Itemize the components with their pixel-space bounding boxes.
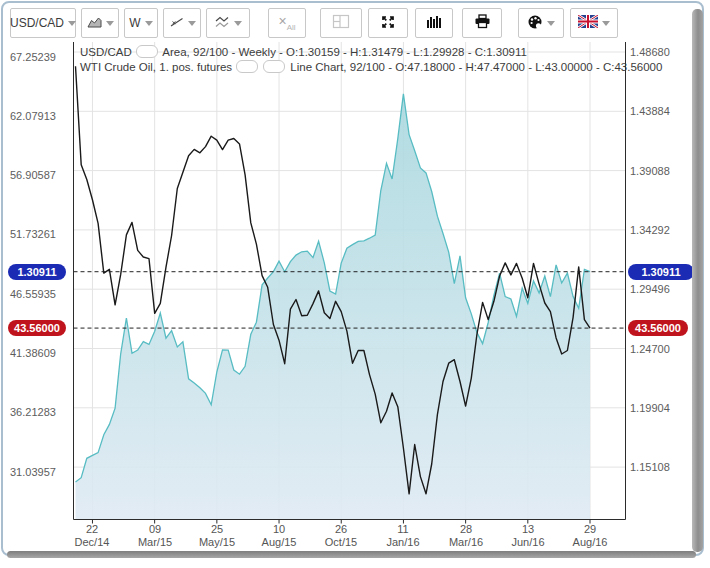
print-button[interactable] bbox=[462, 8, 502, 38]
symbol-select-label: USD/CAD bbox=[10, 16, 64, 30]
trendline-icon bbox=[169, 15, 184, 32]
chart-legend: USD/CAD Area, 92/100 - Weekly - O:1.3015… bbox=[80, 45, 662, 75]
legend-series-name: WTI Crude Oil, 1. pos. futures bbox=[80, 61, 232, 73]
legend-row-wti: WTI Crude Oil, 1. pos. futures Line Char… bbox=[80, 60, 662, 75]
volume-button[interactable] bbox=[415, 8, 453, 38]
vertical-scrollbar[interactable] bbox=[692, 9, 703, 552]
remove-all-icon: ×All bbox=[278, 14, 295, 32]
remove-all-button[interactable]: ×All bbox=[268, 8, 306, 38]
chevron-down-icon bbox=[188, 21, 196, 26]
uk-flag-icon bbox=[578, 15, 598, 31]
period-select-label: W bbox=[129, 16, 140, 30]
period-select-button[interactable]: W bbox=[124, 8, 158, 38]
printer-icon bbox=[474, 14, 491, 32]
legend-row-usdcad: USD/CAD Area, 92/100 - Weekly - O:1.3015… bbox=[80, 45, 662, 60]
chart-type-button[interactable] bbox=[81, 8, 119, 38]
chevron-down-icon bbox=[145, 21, 153, 26]
compare-series-icon bbox=[214, 15, 230, 32]
window-bottom-shadow bbox=[7, 551, 696, 558]
symbol-select-button[interactable]: USD/CAD bbox=[10, 8, 76, 38]
chevron-down-icon bbox=[68, 21, 76, 26]
legend-series-name: USD/CAD bbox=[80, 46, 132, 58]
legend-toggle-pill[interactable] bbox=[236, 60, 258, 73]
layout-grid-button[interactable] bbox=[320, 8, 362, 38]
widget-frame bbox=[1, 1, 704, 556]
fullscreen-expand-icon bbox=[380, 14, 396, 33]
theme-button[interactable] bbox=[518, 8, 564, 38]
compare-button[interactable] bbox=[206, 8, 250, 38]
legend-series-desc: Area, 92/100 - Weekly - O:1.30159 - H:1.… bbox=[162, 46, 527, 58]
chevron-down-icon bbox=[602, 21, 610, 26]
legend-toggle-pill[interactable] bbox=[263, 60, 285, 73]
chevron-down-icon bbox=[547, 21, 555, 26]
area-chart-icon bbox=[87, 15, 102, 32]
layout-grid-icon bbox=[332, 14, 350, 32]
chevron-down-icon bbox=[106, 21, 114, 26]
volume-bars-icon bbox=[426, 14, 442, 32]
legend-toggle-pill[interactable] bbox=[136, 45, 158, 58]
language-button[interactable] bbox=[570, 8, 618, 38]
draw-tools-button[interactable] bbox=[163, 8, 201, 38]
legend-series-desc: Line Chart, 92/100 - O:47.18000 - H:47.4… bbox=[290, 61, 662, 73]
chevron-down-icon bbox=[234, 21, 242, 26]
chart-widget-window: USD/CAD W ×All bbox=[0, 0, 710, 568]
palette-icon bbox=[527, 14, 543, 33]
fullscreen-button[interactable] bbox=[368, 8, 408, 38]
